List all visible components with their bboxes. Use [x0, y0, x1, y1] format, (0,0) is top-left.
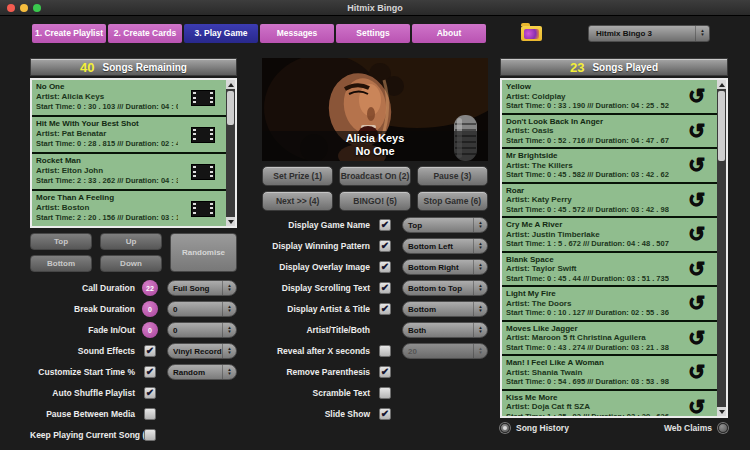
replay-icon[interactable]: ↺	[688, 86, 705, 106]
scroll-down-icon[interactable]	[717, 407, 726, 416]
top-button[interactable]: Top	[30, 233, 92, 250]
replay-icon[interactable]: ↺	[688, 155, 705, 175]
dropdown-display-winning-pattern[interactable]: Bottom Left▲▼	[402, 238, 488, 254]
checkbox-scramble-text[interactable]	[379, 387, 391, 399]
replay-icon[interactable]: ↺	[688, 121, 705, 141]
song-row[interactable]: Rocket ManArtist: Elton JohnStart Time: …	[32, 154, 226, 191]
replay-icon[interactable]: ↺	[688, 293, 705, 313]
checkbox-remove-parenthesis[interactable]: ✔	[379, 366, 391, 378]
setting-control-slot: 0	[139, 322, 161, 338]
checkbox-reveal-after-x-seconds[interactable]	[379, 345, 391, 357]
dropdown-customize-start-time[interactable]: Random▲▼	[167, 364, 237, 380]
dropdown-call-duration[interactable]: Full Song▲▼	[167, 280, 237, 296]
song-times: Start Time: 0 : 45 . 44 /// Duration: 03…	[506, 274, 669, 284]
song-row[interactable]: Moves Like JaggerArtist: Maroon 5 ft Chr…	[502, 322, 717, 357]
nav-tab-create-cards[interactable]: 2. Create Cards	[108, 24, 182, 43]
zoom-button[interactable]	[33, 4, 41, 12]
spinner-icon: ▲▼	[222, 365, 236, 379]
checkbox-auto-shuffle-playlist[interactable]: ✔	[144, 387, 156, 399]
spinner-down-icon: ▼	[478, 351, 482, 355]
randomise-button[interactable]: Randomise	[170, 233, 237, 272]
stop-game-button[interactable]: Stop Game (6)	[417, 191, 488, 211]
profile-select[interactable]: Hitmix Bingo 3 ▲ ▼	[588, 25, 710, 42]
scroll-thumb[interactable]	[718, 91, 725, 161]
window-controls	[7, 4, 41, 12]
scroll-thumb[interactable]	[227, 91, 234, 125]
hitmix-folder-icon[interactable]	[521, 26, 542, 41]
broadcast-on-button[interactable]: Broadcast On (2)	[339, 166, 410, 186]
song-row[interactable]: Mr BrightsideArtist: The KillersStart Ti…	[502, 149, 717, 184]
bottom-button[interactable]: Bottom	[30, 255, 92, 272]
setting-row-break-duration: Break Duration00▲▼	[30, 301, 237, 317]
spinner-down-icon: ▼	[700, 33, 704, 37]
scrollbar[interactable]	[226, 80, 235, 226]
song-title: Rocket Man	[36, 156, 178, 166]
checkbox-customize-start-time[interactable]: ✔	[144, 366, 156, 378]
scroll-up-icon[interactable]	[717, 80, 726, 89]
checkbox-display-scrolling-text[interactable]: ✔	[379, 282, 391, 294]
song-row[interactable]: Kiss Me MoreArtist: Doja Cat ft SZAStart…	[502, 391, 717, 417]
scrollbar[interactable]	[717, 80, 726, 416]
checkbox-pause-between-media[interactable]	[144, 408, 156, 420]
nav-tab-settings[interactable]: Settings	[336, 24, 410, 43]
checkbox-slide-show[interactable]: ✔	[379, 408, 391, 420]
setting-row-customize-start-time: Customize Start Time %✔Random▲▼	[30, 364, 237, 380]
checkbox-display-artist-title[interactable]: ✔	[379, 303, 391, 315]
song-history-radio[interactable]	[500, 423, 510, 433]
song-row[interactable]: Cry Me A RiverArtist: Justin TimberlakeS…	[502, 218, 717, 253]
dropdown-value: Both	[403, 326, 473, 335]
song-row[interactable]: RoarArtist: Katy PerryStart Time: 0 : 45…	[502, 184, 717, 219]
replay-icon[interactable]: ↺	[688, 190, 705, 210]
close-button[interactable]	[7, 4, 15, 12]
dropdown-display-game-name[interactable]: Top▲▼	[402, 217, 488, 233]
song-row[interactable]: More Than A FeelingArtist: BostonStart T…	[32, 191, 226, 226]
dropdown-value: 0	[168, 326, 222, 335]
nav-tab-about[interactable]: About	[412, 24, 486, 43]
song-row[interactable]: Blank SpaceArtist: Taylor SwiftStart Tim…	[502, 253, 717, 288]
checkbox-display-winning-pattern[interactable]: ✔	[379, 240, 391, 252]
song-row[interactable]: Man! I Feel Like A WomanArtist: Shania T…	[502, 356, 717, 391]
dropdown-display-scrolling-text[interactable]: Bottom to Top▲▼	[402, 280, 488, 296]
checkbox-display-game-name[interactable]: ✔	[379, 219, 391, 231]
scroll-up-icon[interactable]	[226, 80, 235, 89]
video-preview[interactable]: Alicia Keys No One	[262, 58, 488, 161]
dropdown-artist-title-both[interactable]: Both▲▼	[402, 322, 488, 338]
scroll-down-icon[interactable]	[226, 217, 235, 226]
song-row[interactable]: No OneArtist: Alicia KeysStart Time: 0 :…	[32, 80, 226, 117]
dropdown-display-overlay-image[interactable]: Bottom Right▲▼	[402, 259, 488, 275]
setting-label: Display Winning Pattern	[262, 241, 370, 251]
nav-tab-create-playlist[interactable]: 1. Create Playlist	[32, 24, 106, 43]
bingo-button[interactable]: BINGO! (5)	[339, 191, 410, 211]
titlebar: Hitmix Bingo	[0, 0, 750, 16]
up-button[interactable]: Up	[100, 233, 162, 250]
song-row[interactable]: Hit Me With Your Best ShotArtist: Pat Be…	[32, 117, 226, 154]
set-prize-button[interactable]: Set Prize (1)	[262, 166, 333, 186]
checkbox-display-overlay-image[interactable]: ✔	[379, 261, 391, 273]
dropdown-display-artist-title[interactable]: Bottom▲▼	[402, 301, 488, 317]
dropdown-sound-effects[interactable]: Vinyl Record Spin Back▲▼	[167, 343, 237, 359]
song-row[interactable]: Don't Look Back In AngerArtist: OasisSta…	[502, 115, 717, 150]
replay-icon[interactable]: ↺	[688, 224, 705, 244]
setting-row-slide-show: Slide Show✔	[262, 406, 488, 422]
replay-icon[interactable]: ↺	[688, 397, 705, 416]
web-claims-radio[interactable]	[718, 423, 728, 433]
dropdown-fade-in-out[interactable]: 0▲▼	[167, 322, 237, 338]
spinner-icon: ▲▼	[222, 344, 236, 358]
minimize-button[interactable]	[20, 4, 28, 12]
dropdown-break-duration[interactable]: 0▲▼	[167, 301, 237, 317]
replay-icon[interactable]: ↺	[688, 328, 705, 348]
song-row[interactable]: Light My FireArtist: The DoorsStart Time…	[502, 287, 717, 322]
checkbox-keep-playing-current-song-7[interactable]	[144, 429, 156, 441]
nav-tab-play-game[interactable]: 3. Play Game	[184, 24, 258, 43]
pause-button[interactable]: Pause (3)	[417, 166, 488, 186]
checkbox-sound-effects[interactable]: ✔	[144, 345, 156, 357]
spinner-down-icon: ▼	[478, 330, 482, 334]
replay-icon[interactable]: ↺	[688, 259, 705, 279]
replay-icon[interactable]: ↺	[688, 362, 705, 382]
song-row[interactable]: YellowArtist: ColdplayStart Time: 0 : 33…	[502, 80, 717, 115]
down-button[interactable]: Down	[100, 255, 162, 272]
next-button[interactable]: Next >> (4)	[262, 191, 333, 211]
spinner-down-icon: ▼	[478, 225, 482, 229]
nav-tab-messages[interactable]: Messages	[260, 24, 334, 43]
setting-label: Call Duration	[30, 283, 135, 293]
